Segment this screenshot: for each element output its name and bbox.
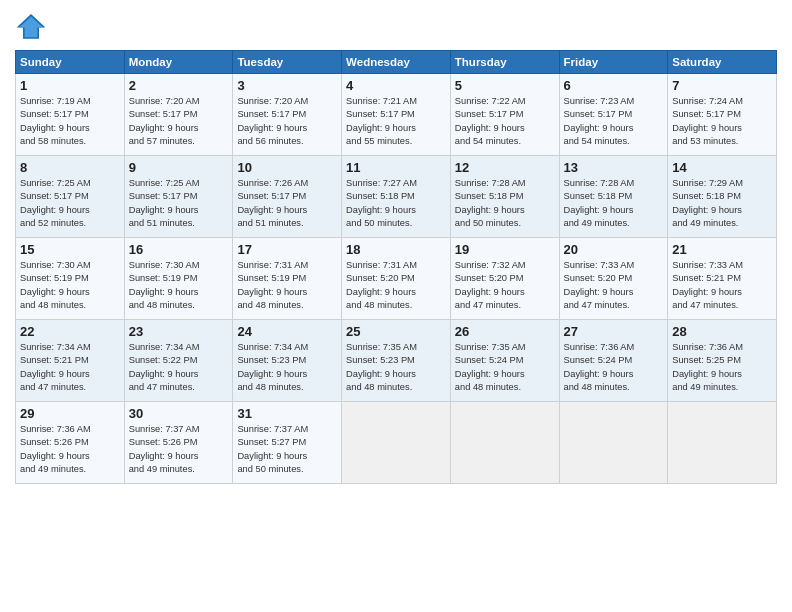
calendar-cell [559, 402, 668, 484]
day-info: Sunrise: 7:22 AM Sunset: 5:17 PM Dayligh… [455, 95, 555, 149]
day-info: Sunrise: 7:30 AM Sunset: 5:19 PM Dayligh… [129, 259, 229, 313]
calendar-cell: 10Sunrise: 7:26 AM Sunset: 5:17 PM Dayli… [233, 156, 342, 238]
day-info: Sunrise: 7:35 AM Sunset: 5:23 PM Dayligh… [346, 341, 446, 395]
day-number: 23 [129, 324, 229, 339]
calendar-header: SundayMondayTuesdayWednesdayThursdayFrid… [16, 51, 777, 74]
svg-marker-1 [19, 16, 43, 37]
calendar-cell [450, 402, 559, 484]
day-info: Sunrise: 7:35 AM Sunset: 5:24 PM Dayligh… [455, 341, 555, 395]
day-number: 9 [129, 160, 229, 175]
day-info: Sunrise: 7:33 AM Sunset: 5:20 PM Dayligh… [564, 259, 664, 313]
calendar-cell: 1Sunrise: 7:19 AM Sunset: 5:17 PM Daylig… [16, 74, 125, 156]
day-info: Sunrise: 7:31 AM Sunset: 5:19 PM Dayligh… [237, 259, 337, 313]
day-number: 17 [237, 242, 337, 257]
calendar-cell: 3Sunrise: 7:20 AM Sunset: 5:17 PM Daylig… [233, 74, 342, 156]
day-info: Sunrise: 7:37 AM Sunset: 5:27 PM Dayligh… [237, 423, 337, 477]
day-info: Sunrise: 7:31 AM Sunset: 5:20 PM Dayligh… [346, 259, 446, 313]
calendar-cell: 27Sunrise: 7:36 AM Sunset: 5:24 PM Dayli… [559, 320, 668, 402]
day-info: Sunrise: 7:34 AM Sunset: 5:22 PM Dayligh… [129, 341, 229, 395]
day-number: 22 [20, 324, 120, 339]
day-number: 28 [672, 324, 772, 339]
calendar-cell: 29Sunrise: 7:36 AM Sunset: 5:26 PM Dayli… [16, 402, 125, 484]
calendar-table: SundayMondayTuesdayWednesdayThursdayFrid… [15, 50, 777, 484]
calendar-cell: 22Sunrise: 7:34 AM Sunset: 5:21 PM Dayli… [16, 320, 125, 402]
day-info: Sunrise: 7:36 AM Sunset: 5:25 PM Dayligh… [672, 341, 772, 395]
day-info: Sunrise: 7:29 AM Sunset: 5:18 PM Dayligh… [672, 177, 772, 231]
day-info: Sunrise: 7:36 AM Sunset: 5:26 PM Dayligh… [20, 423, 120, 477]
calendar-cell: 25Sunrise: 7:35 AM Sunset: 5:23 PM Dayli… [342, 320, 451, 402]
day-info: Sunrise: 7:33 AM Sunset: 5:21 PM Dayligh… [672, 259, 772, 313]
calendar-cell: 31Sunrise: 7:37 AM Sunset: 5:27 PM Dayli… [233, 402, 342, 484]
day-info: Sunrise: 7:21 AM Sunset: 5:17 PM Dayligh… [346, 95, 446, 149]
calendar-cell: 9Sunrise: 7:25 AM Sunset: 5:17 PM Daylig… [124, 156, 233, 238]
calendar-cell: 18Sunrise: 7:31 AM Sunset: 5:20 PM Dayli… [342, 238, 451, 320]
day-number: 26 [455, 324, 555, 339]
calendar-cell: 6Sunrise: 7:23 AM Sunset: 5:17 PM Daylig… [559, 74, 668, 156]
day-number: 25 [346, 324, 446, 339]
weekday-header-saturday: Saturday [668, 51, 777, 74]
day-number: 31 [237, 406, 337, 421]
day-info: Sunrise: 7:20 AM Sunset: 5:17 PM Dayligh… [129, 95, 229, 149]
calendar-cell: 13Sunrise: 7:28 AM Sunset: 5:18 PM Dayli… [559, 156, 668, 238]
day-info: Sunrise: 7:23 AM Sunset: 5:17 PM Dayligh… [564, 95, 664, 149]
calendar-cell: 7Sunrise: 7:24 AM Sunset: 5:17 PM Daylig… [668, 74, 777, 156]
day-info: Sunrise: 7:32 AM Sunset: 5:20 PM Dayligh… [455, 259, 555, 313]
logo [15, 10, 51, 42]
weekday-header-monday: Monday [124, 51, 233, 74]
day-info: Sunrise: 7:25 AM Sunset: 5:17 PM Dayligh… [20, 177, 120, 231]
calendar-cell [668, 402, 777, 484]
day-number: 18 [346, 242, 446, 257]
logo-icon [15, 10, 47, 42]
weekday-header-friday: Friday [559, 51, 668, 74]
calendar-cell: 19Sunrise: 7:32 AM Sunset: 5:20 PM Dayli… [450, 238, 559, 320]
day-number: 16 [129, 242, 229, 257]
week-row-4: 22Sunrise: 7:34 AM Sunset: 5:21 PM Dayli… [16, 320, 777, 402]
day-info: Sunrise: 7:34 AM Sunset: 5:21 PM Dayligh… [20, 341, 120, 395]
day-info: Sunrise: 7:27 AM Sunset: 5:18 PM Dayligh… [346, 177, 446, 231]
day-number: 19 [455, 242, 555, 257]
day-info: Sunrise: 7:24 AM Sunset: 5:17 PM Dayligh… [672, 95, 772, 149]
day-number: 21 [672, 242, 772, 257]
calendar-cell: 28Sunrise: 7:36 AM Sunset: 5:25 PM Dayli… [668, 320, 777, 402]
day-info: Sunrise: 7:34 AM Sunset: 5:23 PM Dayligh… [237, 341, 337, 395]
day-number: 5 [455, 78, 555, 93]
day-number: 7 [672, 78, 772, 93]
day-number: 3 [237, 78, 337, 93]
weekday-header-thursday: Thursday [450, 51, 559, 74]
day-number: 29 [20, 406, 120, 421]
weekday-header-tuesday: Tuesday [233, 51, 342, 74]
calendar-cell: 21Sunrise: 7:33 AM Sunset: 5:21 PM Dayli… [668, 238, 777, 320]
day-number: 8 [20, 160, 120, 175]
day-number: 20 [564, 242, 664, 257]
day-number: 13 [564, 160, 664, 175]
day-number: 14 [672, 160, 772, 175]
week-row-3: 15Sunrise: 7:30 AM Sunset: 5:19 PM Dayli… [16, 238, 777, 320]
day-info: Sunrise: 7:37 AM Sunset: 5:26 PM Dayligh… [129, 423, 229, 477]
day-info: Sunrise: 7:25 AM Sunset: 5:17 PM Dayligh… [129, 177, 229, 231]
day-number: 10 [237, 160, 337, 175]
calendar-cell: 11Sunrise: 7:27 AM Sunset: 5:18 PM Dayli… [342, 156, 451, 238]
week-row-1: 1Sunrise: 7:19 AM Sunset: 5:17 PM Daylig… [16, 74, 777, 156]
weekday-row: SundayMondayTuesdayWednesdayThursdayFrid… [16, 51, 777, 74]
calendar-cell: 30Sunrise: 7:37 AM Sunset: 5:26 PM Dayli… [124, 402, 233, 484]
day-number: 2 [129, 78, 229, 93]
weekday-header-sunday: Sunday [16, 51, 125, 74]
calendar-cell: 2Sunrise: 7:20 AM Sunset: 5:17 PM Daylig… [124, 74, 233, 156]
day-number: 12 [455, 160, 555, 175]
day-info: Sunrise: 7:28 AM Sunset: 5:18 PM Dayligh… [564, 177, 664, 231]
week-row-2: 8Sunrise: 7:25 AM Sunset: 5:17 PM Daylig… [16, 156, 777, 238]
header [15, 10, 777, 42]
calendar-cell: 16Sunrise: 7:30 AM Sunset: 5:19 PM Dayli… [124, 238, 233, 320]
day-number: 27 [564, 324, 664, 339]
calendar-cell: 17Sunrise: 7:31 AM Sunset: 5:19 PM Dayli… [233, 238, 342, 320]
day-number: 24 [237, 324, 337, 339]
day-info: Sunrise: 7:30 AM Sunset: 5:19 PM Dayligh… [20, 259, 120, 313]
calendar-cell: 4Sunrise: 7:21 AM Sunset: 5:17 PM Daylig… [342, 74, 451, 156]
day-info: Sunrise: 7:28 AM Sunset: 5:18 PM Dayligh… [455, 177, 555, 231]
day-number: 6 [564, 78, 664, 93]
weekday-header-wednesday: Wednesday [342, 51, 451, 74]
page-container: SundayMondayTuesdayWednesdayThursdayFrid… [0, 0, 792, 489]
calendar-cell: 5Sunrise: 7:22 AM Sunset: 5:17 PM Daylig… [450, 74, 559, 156]
calendar-cell: 24Sunrise: 7:34 AM Sunset: 5:23 PM Dayli… [233, 320, 342, 402]
day-number: 15 [20, 242, 120, 257]
